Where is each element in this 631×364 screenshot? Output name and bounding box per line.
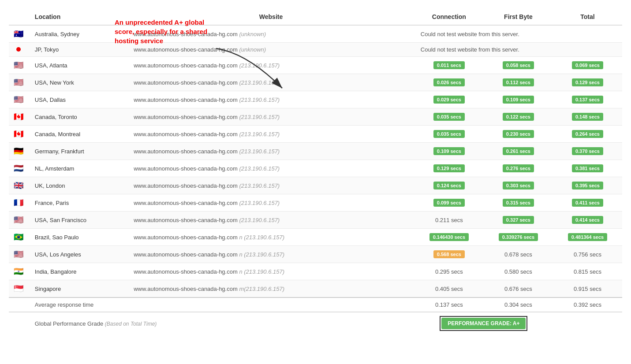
website-cell: www.autonomous-shoes-canada-hg.com (213.… <box>127 57 414 74</box>
connection-cell: 0.295 secs <box>414 263 484 280</box>
website-cell: www.autonomous-shoes-canada-hg.com (213.… <box>127 91 414 108</box>
total-cell: 0.414 secs <box>553 212 622 229</box>
table-row: 🇺🇸USA, Los Angeleswww.autonomous-shoes-c… <box>9 246 622 263</box>
total-badge: 0.481364 secs <box>568 233 607 241</box>
website-url: www.autonomous-shoes-canada-hg.com <box>134 217 238 223</box>
website-url: www.autonomous-shoes-canada-hg.com <box>134 182 238 189</box>
website-url: www.autonomous-shoes-canada-hg.com <box>134 286 238 292</box>
website-cell: www.autonomous-shoes-canada-hg.com n (21… <box>127 263 414 280</box>
total-value: 0.815 secs <box>574 268 601 275</box>
flag-cell: 🇧🇷 <box>9 229 29 246</box>
connection-badge: 0.099 secs <box>433 199 465 207</box>
first-byte-cell: 0.122 secs <box>484 108 553 126</box>
website-ip: (213.190.6.157) <box>239 165 280 172</box>
table-row: JP, Tokyowww.autonomous-shoes-canada-hg.… <box>9 43 622 57</box>
location-cell: Germany, Frankfurt <box>29 143 127 160</box>
flag-cell: 🇳🇱 <box>9 160 29 177</box>
connection-badge: 0.146430 secs <box>429 233 469 241</box>
header-flag <box>9 9 29 25</box>
website-cell: www.autonomous-shoes-canada-hg.com (213.… <box>127 126 414 143</box>
table-row: 🇳🇱NL, Amsterdamwww.autonomous-shoes-cana… <box>9 160 622 177</box>
first-byte-badge: 0.261 secs <box>503 147 534 155</box>
total-badge: 0.137 secs <box>572 96 603 104</box>
website-url: www.autonomous-shoes-canada-hg.com <box>134 251 238 258</box>
table-row: 🇧🇷Brazil, Sao Paulowww.autonomous-shoes-… <box>9 229 622 246</box>
flag-cell: 🇨🇦 <box>9 126 29 143</box>
location-cell: France, Paris <box>29 194 127 212</box>
total-badge: 0.411 secs <box>572 199 603 207</box>
website-url: www.autonomous-shoes-canada-hg.com <box>134 31 238 37</box>
connection-value: 0.405 secs <box>435 286 463 292</box>
website-ip: n (213.190.6.157) <box>239 251 284 258</box>
first-byte-cell: 0.112 secs <box>484 74 553 91</box>
first-byte-value: 0.676 secs <box>504 286 532 292</box>
total-cell: 0.481364 secs <box>553 229 622 246</box>
website-url: www.autonomous-shoes-canada-hg.com <box>134 165 238 172</box>
connection-badge: 0.011 secs <box>433 61 465 69</box>
total-value: 0.915 secs <box>574 286 601 292</box>
flag-cell <box>9 43 29 57</box>
first-byte-badge: 0.058 secs <box>503 61 534 69</box>
location-cell: USA, San Francisco <box>29 212 127 229</box>
table-row: 🇦🇺Australia, Sydneywww.autonomous-shoes-… <box>9 25 622 43</box>
website-url: www.autonomous-shoes-canada-hg.com <box>134 148 238 155</box>
grade-label: Global Performance Grade <box>35 320 103 327</box>
website-ip: (213.190.6.157) <box>239 97 280 103</box>
table-row: 🇨🇦Canada, Torontowww.autonomous-shoes-ca… <box>9 108 622 126</box>
first-byte-badge: 0.109 secs <box>503 96 534 104</box>
website-ip: n (213.190.6.157) <box>239 268 284 275</box>
location-cell: USA, Atlanta <box>29 57 127 74</box>
performance-grade-badge: PERFORMANCE GRADE: A+ <box>441 318 526 329</box>
website-ip: n (213.190.6.157) <box>239 234 284 241</box>
location-cell: Australia, Sydney <box>29 25 127 43</box>
location-cell: India, Bangalore <box>29 263 127 280</box>
connection-badge: 0.129 secs <box>433 164 465 172</box>
total-cell: 0.137 secs <box>553 91 622 108</box>
connection-cell: 0.405 secs <box>414 280 484 298</box>
error-message-cell: Could not test website from this server. <box>414 25 622 43</box>
connection-cell: 0.011 secs <box>414 57 484 74</box>
website-cell: www.autonomous-shoes-canada-hg.com (213.… <box>127 108 414 126</box>
performance-table: Location Website Connection First Byte T… <box>9 9 622 334</box>
total-cell: 0.395 secs <box>553 177 622 194</box>
header-first-byte: First Byte <box>484 9 553 25</box>
website-ip: (213.190.6.157) <box>239 62 280 69</box>
website-ip: (unknown) <box>239 31 266 37</box>
location-cell: Singapore <box>29 280 127 298</box>
total-badge: 0.129 secs <box>572 78 603 86</box>
total-badge: 0.069 secs <box>572 61 603 69</box>
location-cell: USA, Dallas <box>29 91 127 108</box>
total-badge: 0.264 secs <box>572 130 603 138</box>
total-cell: 0.148 secs <box>553 108 622 126</box>
first-byte-cell: 0.676 secs <box>484 280 553 298</box>
connection-badge: 0.035 secs <box>433 113 465 121</box>
table-row: 🇮🇳India, Bangalorewww.autonomous-shoes-c… <box>9 263 622 280</box>
total-value: 0.756 secs <box>574 251 601 258</box>
first-byte-badge: 0.327 secs <box>503 216 534 224</box>
avg-label-cell: Average response time <box>29 297 414 312</box>
website-ip: m(213.190.6.157) <box>239 286 284 292</box>
website-url: www.autonomous-shoes-canada-hg.com <box>134 268 238 275</box>
location-cell: UK, London <box>29 177 127 194</box>
table-footer: Average response time 0.137 secs 0.304 s… <box>9 297 622 334</box>
total-cell: 0.915 secs <box>553 280 622 298</box>
location-cell: NL, Amsterdam <box>29 160 127 177</box>
first-byte-badge: 0.122 secs <box>503 113 534 121</box>
error-message-cell: Could not test website from this server. <box>414 43 622 57</box>
total-badge: 0.370 secs <box>572 147 603 155</box>
website-ip: (213.190.6.157) <box>239 217 280 223</box>
header-total: Total <box>553 9 622 25</box>
table-row: 🇸🇬Singaporewww.autonomous-shoes-canada-h… <box>9 280 622 298</box>
website-ip: (213.190.6.157) <box>239 131 280 137</box>
first-byte-cell: 0.678 secs <box>484 246 553 263</box>
grade-label-cell: Global Performance Grade (Based on Total… <box>29 312 414 334</box>
first-byte-value: 0.678 secs <box>504 251 532 258</box>
performance-grade-box: PERFORMANCE GRADE: A+ <box>440 316 527 331</box>
avg-total-cell: 0.392 secs <box>553 297 622 312</box>
website-url: www.autonomous-shoes-canada-hg.com <box>134 97 238 103</box>
website-url: www.autonomous-shoes-canada-hg.com <box>134 79 238 86</box>
website-ip: (213.190.6.157) <box>239 148 280 155</box>
website-url: www.autonomous-shoes-canada-hg.com <box>134 200 238 206</box>
first-byte-cell: 0.339276 secs <box>484 229 553 246</box>
website-cell: www.autonomous-shoes-canada-hg.com (213.… <box>127 212 414 229</box>
